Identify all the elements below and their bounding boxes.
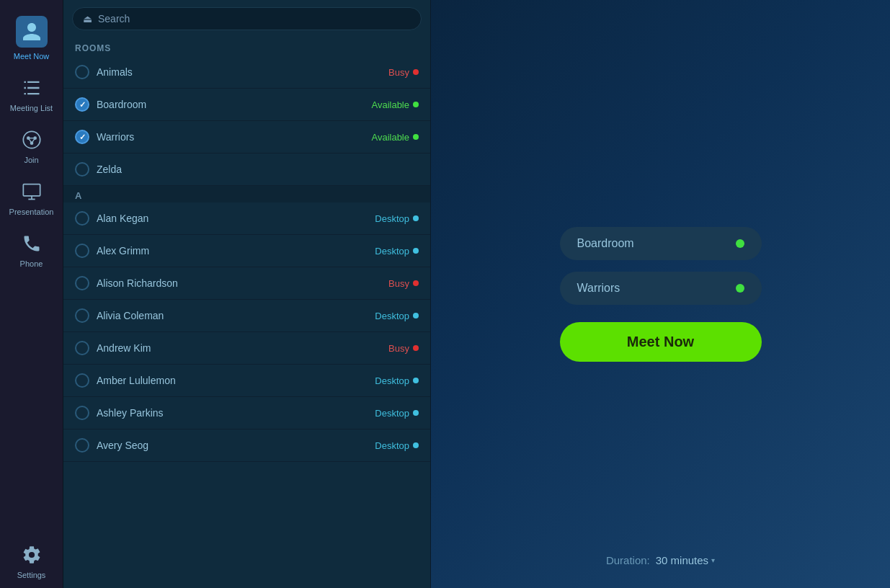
sidebar-item-meeting-list[interactable]: Meeting List <box>0 69 63 121</box>
sidebar-item-meet-now[interactable]: Meet Now <box>0 7 63 69</box>
warriors-label: Warriors <box>577 282 620 295</box>
radio-button[interactable] <box>75 97 89 112</box>
item-name: Alan Kegan <box>97 213 368 224</box>
status-dot <box>413 134 419 140</box>
right-panel: Boardroom Warriors Meet Now Duration: 30… <box>431 0 890 588</box>
boardroom-selection-pill[interactable]: Boardroom <box>560 227 762 260</box>
status-dot <box>413 313 419 318</box>
svg-point-0 <box>23 131 40 148</box>
item-name: Alison Richardson <box>97 277 381 289</box>
duration-arrow-icon: ▾ <box>711 556 715 564</box>
list-item[interactable]: Alan Kegan Desktop <box>63 202 430 235</box>
list-item[interactable]: Zelda <box>63 153 430 186</box>
status-label: Desktop <box>375 246 409 257</box>
radio-button[interactable] <box>75 276 89 290</box>
search-icon: ⏏ <box>83 13 92 24</box>
presentation-icon <box>22 182 42 205</box>
meet-now-avatar <box>16 16 48 48</box>
status-badge: Available <box>371 132 419 143</box>
item-name: Zelda <box>97 164 411 175</box>
item-name: Animals <box>97 66 381 78</box>
radio-button[interactable] <box>75 406 89 420</box>
status-dot <box>413 410 419 416</box>
sidebar-item-label: Settings <box>17 571 46 579</box>
sidebar-item-phone[interactable]: Phone <box>0 225 63 277</box>
list-item[interactable]: Boardroom Available <box>63 89 430 121</box>
boardroom-label: Boardroom <box>577 237 634 250</box>
status-label: Busy <box>388 343 409 354</box>
radio-button[interactable] <box>75 211 89 226</box>
warriors-selection-pill[interactable]: Warriors <box>560 272 762 305</box>
status-label: Desktop <box>375 408 409 419</box>
status-badge: Desktop <box>375 213 419 224</box>
radio-button[interactable] <box>75 244 89 258</box>
search-bar[interactable]: ⏏ <box>72 7 422 30</box>
list-item[interactable]: Warriors Available <box>63 121 430 153</box>
list-item[interactable]: Andrew Kim Busy <box>63 332 430 365</box>
warriors-status-dot <box>736 284 744 293</box>
duration-display[interactable]: Duration: 30 minutes ▾ <box>606 554 715 566</box>
radio-button[interactable] <box>75 130 89 144</box>
person-icon <box>21 21 43 43</box>
status-dot <box>413 442 419 448</box>
status-label: Available <box>371 132 409 143</box>
status-dot <box>413 69 419 75</box>
radio-button[interactable] <box>75 65 89 79</box>
list-item[interactable]: Alison Richardson Busy <box>63 267 430 300</box>
svg-rect-7 <box>23 184 40 196</box>
radio-button[interactable] <box>75 308 89 323</box>
item-name: Andrew Kim <box>97 342 381 354</box>
list-icon <box>22 78 42 101</box>
radio-button[interactable] <box>75 162 89 177</box>
status-dot <box>413 215 419 221</box>
radio-button[interactable] <box>75 373 89 388</box>
status-badge: Available <box>371 99 419 110</box>
status-dot <box>413 102 419 107</box>
radio-button[interactable] <box>75 341 89 355</box>
status-label: Desktop <box>375 311 409 321</box>
sidebar-item-label: Join <box>24 156 38 164</box>
status-label: Desktop <box>375 375 409 386</box>
list-item[interactable]: Alivia Coleman Desktop <box>63 300 430 332</box>
status-badge: Desktop <box>375 440 419 451</box>
status-dot <box>413 378 419 383</box>
sidebar-item-label: Meeting List <box>10 104 53 112</box>
status-label: Available <box>371 99 409 110</box>
status-dot <box>413 248 419 254</box>
radio-button[interactable] <box>75 438 89 453</box>
item-name: Warriors <box>97 131 364 143</box>
status-badge: Busy <box>388 67 419 78</box>
rooms-section-header: ROOMS <box>63 37 430 56</box>
item-name: Amber Lululemon <box>97 375 368 386</box>
meet-now-button[interactable]: Meet Now <box>560 322 762 362</box>
boardroom-status-dot <box>736 239 744 248</box>
left-panel: ⏏ ROOMS Animals Busy Boardroom Available… <box>63 0 431 588</box>
list-item[interactable]: Animals Busy <box>63 56 430 89</box>
sidebar-item-label: Presentation <box>9 208 54 216</box>
sidebar-item-label: Meet Now <box>14 52 50 61</box>
status-badge: Busy <box>388 278 419 289</box>
list-item[interactable]: Amber Lululemon Desktop <box>63 365 430 397</box>
status-label: Desktop <box>375 213 409 224</box>
sidebar-item-presentation[interactable]: Presentation <box>0 173 63 225</box>
list-item[interactable]: Ashley Parkins Desktop <box>63 397 430 429</box>
status-badge: Desktop <box>375 311 419 321</box>
duration-value: 30 minutes <box>656 554 708 566</box>
status-badge: Desktop <box>375 375 419 386</box>
sidebar-item-join[interactable]: Join <box>0 121 63 173</box>
item-name: Boardroom <box>97 99 364 110</box>
status-label: Busy <box>388 278 409 289</box>
list-item[interactable]: Avery Seog Desktop <box>63 429 430 462</box>
status-dot <box>413 280 419 286</box>
status-dot <box>413 345 419 351</box>
search-input[interactable] <box>98 13 411 24</box>
sidebar-item-label: Phone <box>20 259 43 268</box>
item-name: Alex Grimm <box>97 245 368 257</box>
status-badge: Busy <box>388 343 419 354</box>
svg-line-4 <box>28 138 32 143</box>
status-badge: Desktop <box>375 408 419 419</box>
sidebar: Meet Now Meeting List Join <box>0 0 63 588</box>
list-item[interactable]: Alex Grimm Desktop <box>63 235 430 267</box>
join-icon <box>22 130 42 153</box>
sidebar-item-settings[interactable]: Settings <box>0 536 63 588</box>
